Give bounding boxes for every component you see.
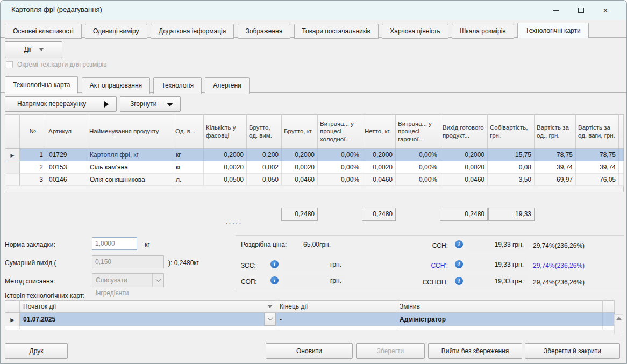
cell-unit[interactable]: кг: [173, 161, 204, 174]
cell-price-per-unit[interactable]: 39,74: [535, 161, 576, 174]
tab-main-properties[interactable]: Основні властивості: [5, 24, 82, 39]
cell-article[interactable]: 00146: [46, 174, 87, 186]
cell-start-date[interactable]: 01.07.2025: [20, 313, 276, 326]
col-header-price-per-unit[interactable]: Вартість за од., грн.: [535, 115, 576, 149]
tab-allergens[interactable]: Алергени: [205, 77, 249, 94]
save-button[interactable]: Зберегти: [356, 343, 425, 359]
save-and-close-button[interactable]: Зберегти й закрити: [525, 343, 620, 359]
cell-gross-unit[interactable]: 0,002: [247, 161, 282, 174]
col-header-net-kg[interactable]: Нетто, кг.: [362, 115, 396, 149]
cell-cost[interactable]: 15,75: [488, 149, 535, 161]
cell-hot-loss[interactable]: 0,00%: [396, 161, 440, 174]
cell-price-per-weight[interactable]: 39,74: [576, 161, 619, 174]
cell-output[interactable]: 0,0020: [440, 161, 488, 174]
cell-gross-unit[interactable]: 0,200: [247, 149, 282, 161]
scroll-up-icon[interactable]: [616, 317, 622, 320]
cell-cost[interactable]: 3,50: [488, 174, 535, 186]
cell-net-kg[interactable]: 0,0020: [362, 161, 396, 174]
cell-net-kg[interactable]: 0,0460: [362, 174, 396, 186]
tab-processing-act[interactable]: Акт опрацювання: [82, 77, 150, 94]
filter-dropdown-icon[interactable]: [267, 305, 273, 308]
col-header-cold-loss[interactable]: Витрача... у процесі холодної...: [318, 115, 362, 149]
norma-input[interactable]: [92, 237, 137, 250]
cell-number[interactable]: 3: [20, 174, 46, 186]
cell-gross-kg[interactable]: 0,0460: [282, 174, 318, 186]
cell-price-per-unit[interactable]: 69,97: [535, 174, 576, 186]
actions-dropdown-button[interactable]: Дії: [5, 41, 62, 58]
cell-output[interactable]: 0,2000: [440, 149, 488, 161]
tab-additional-info[interactable]: Додаткова інформація: [151, 24, 234, 39]
cell-qty-packed[interactable]: 0,0020: [204, 161, 247, 174]
cell-article[interactable]: 00153: [46, 161, 87, 174]
cell-net-kg[interactable]: 0,2000: [362, 149, 396, 161]
tab-images[interactable]: Зображення: [238, 24, 291, 39]
col-header-output[interactable]: Вихід готового продукт...: [440, 115, 488, 149]
info-icon[interactable]: i: [270, 276, 279, 284]
cell-product-name[interactable]: Олія соняшникова: [87, 174, 173, 186]
cell-cold-loss[interactable]: 0,00%: [318, 149, 362, 161]
exit-without-save-button[interactable]: Вийти без збереження: [428, 343, 522, 359]
history-row[interactable]: ▶ 01.07.2025 - Адміністратор: [5, 313, 615, 326]
close-button[interactable]: ×: [593, 1, 618, 20]
writeoff-method-select[interactable]: Списувати інгредієнти: [92, 273, 164, 287]
table-row[interactable]: 2 00153 Сіль кам’яна кг 0,0020 0,002 0,0…: [5, 161, 624, 174]
col-header-unit[interactable]: Од. в...: [173, 115, 204, 149]
cell-price-per-unit[interactable]: 78,75: [535, 149, 576, 161]
cell-number[interactable]: 2: [20, 161, 46, 174]
table-row[interactable]: ▶ 1 01729 Картопля фрі, кг кг 0,2000 0,2…: [5, 149, 624, 161]
history-scrollbar[interactable]: [614, 314, 623, 334]
tab-size-scale[interactable]: Шкала розмірів: [452, 24, 514, 39]
tab-tech-card[interactable]: Технологічна карта: [5, 76, 78, 94]
cell-hot-loss[interactable]: 0,00%: [396, 149, 440, 161]
tab-units[interactable]: Одиниці виміру: [85, 24, 147, 39]
cell-hot-loss[interactable]: 0,00%: [396, 174, 440, 186]
col-header-article[interactable]: Артикул: [46, 115, 87, 149]
total-output-input[interactable]: [92, 255, 164, 268]
col-header-changed-by[interactable]: Змінив: [396, 301, 603, 313]
col-header-number[interactable]: №: [20, 115, 46, 149]
col-header-gross-kg[interactable]: Брутто, кг.: [282, 115, 318, 149]
cell-unit[interactable]: кг: [173, 149, 204, 161]
date-dropdown-button[interactable]: [264, 313, 276, 326]
refresh-button[interactable]: Оновити: [266, 343, 353, 359]
cell-end-date[interactable]: -: [276, 313, 396, 326]
splitter-handle[interactable]: ·····: [225, 219, 243, 227]
cell-changed-by[interactable]: Адміністратор: [396, 313, 603, 326]
maximize-button[interactable]: [568, 1, 593, 20]
info-icon[interactable]: i: [455, 240, 463, 248]
cell-gross-kg[interactable]: 0,2000: [282, 149, 318, 161]
tab-nutrition[interactable]: Харчова цінність: [382, 24, 448, 39]
cell-gross-kg[interactable]: 0,0020: [282, 161, 318, 174]
cell-product-name[interactable]: Сіль кам’яна: [87, 161, 173, 174]
tab-supplier-goods[interactable]: Товари постачальників: [294, 24, 379, 39]
tab-technology[interactable]: Технологія: [153, 77, 201, 94]
col-header-qty-packed[interactable]: Кількість у фасовці: [204, 115, 247, 149]
cell-qty-packed[interactable]: 0,2000: [204, 149, 247, 161]
col-header-end-date[interactable]: Кінець дії: [276, 301, 396, 313]
collapse-button[interactable]: Згорнути: [120, 96, 181, 112]
tab-tech-cards[interactable]: Технологічні карти: [517, 23, 589, 38]
print-button[interactable]: Друк: [5, 343, 68, 359]
cell-product-name[interactable]: Картопля фрі, кг: [87, 149, 173, 161]
cell-output[interactable]: 0,0460: [440, 174, 488, 186]
col-header-price-per-weight[interactable]: Вартість за од. ваги, грн.: [576, 115, 619, 149]
cell-article[interactable]: 01729: [46, 149, 87, 161]
separate-cards-checkbox[interactable]: [6, 61, 13, 68]
col-header-start-date[interactable]: Початок дії: [20, 301, 276, 313]
info-icon[interactable]: i: [270, 260, 279, 268]
col-header-cost[interactable]: Собівартість, грн.: [488, 115, 535, 149]
product-link[interactable]: Картопля фрі, кг: [90, 151, 139, 159]
cell-number[interactable]: 1: [20, 149, 46, 161]
table-row[interactable]: 3 00146 Олія соняшникова л. 0,0500 0,050…: [5, 174, 624, 186]
cell-price-per-weight[interactable]: 76,05: [576, 174, 619, 186]
cell-cost[interactable]: 0,08: [488, 161, 535, 174]
info-icon[interactable]: i: [455, 277, 463, 285]
cell-unit[interactable]: л.: [173, 174, 204, 186]
minimize-button[interactable]: [544, 1, 568, 20]
col-header-hot-loss[interactable]: Витрача... у процесі гарячої...: [396, 115, 440, 149]
col-header-gross-unit[interactable]: Брутто, од. вим.: [247, 115, 282, 149]
recalc-direction-button[interactable]: Напрямок перерахунку: [5, 96, 117, 112]
cell-price-per-weight[interactable]: 78,75: [576, 149, 619, 161]
cell-cold-loss[interactable]: 0,00%: [318, 174, 362, 186]
cell-cold-loss[interactable]: 0,00%: [318, 161, 362, 174]
